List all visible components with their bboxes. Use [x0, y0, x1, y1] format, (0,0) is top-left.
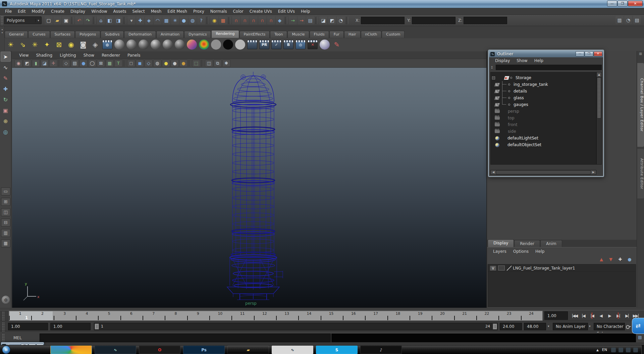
film-gate-icon[interactable]: ▤ [71, 60, 79, 67]
menu-item[interactable]: Normals [207, 8, 230, 15]
make-live-icon[interactable]: ◆ [276, 16, 284, 24]
shelf-tab[interactable]: Muscle [287, 31, 309, 38]
maximize-button[interactable]: ❐ [618, 1, 628, 6]
menu-set-dropdown[interactable]: Polygons ▾ [4, 16, 42, 24]
select-tool[interactable]: ➤ [1, 52, 11, 62]
shelf-tab[interactable]: Toon [270, 31, 287, 38]
close-button[interactable]: ✕ [628, 1, 643, 6]
panel-menu-item[interactable]: Renderer [98, 53, 124, 58]
menu-item[interactable]: Edit [15, 8, 29, 15]
layer-editor-menu-item[interactable]: Help [532, 249, 548, 254]
menu-item[interactable]: Window [88, 8, 110, 15]
status-line-grip[interactable] [1, 16, 3, 25]
default-material-cube-icon[interactable]: ◻ [127, 60, 135, 67]
taskbar-opera-icon[interactable]: O [139, 346, 180, 354]
lock-selection-icon[interactable]: ◉ [210, 16, 218, 24]
select-by-curves-icon[interactable]: ◠ [154, 16, 162, 24]
toggle-attribute-editor-icon[interactable]: ▥ [615, 16, 624, 24]
black-material-icon[interactable] [223, 40, 233, 50]
select-camera-icon[interactable]: ◉ [14, 60, 22, 67]
shelf-tab[interactable]: Rendering [211, 30, 239, 38]
menu-item[interactable]: Create UVs [247, 8, 275, 15]
outliner-item-set[interactable]: defaultObjectSet [491, 141, 596, 148]
select-by-dynamics-icon[interactable]: ● [180, 16, 188, 24]
panel-menu-item[interactable]: Lighting [56, 53, 80, 58]
move-tool[interactable]: ✚ [1, 84, 11, 94]
camera-icon[interactable]: ◙ [77, 39, 89, 50]
tab-channel-box-layer-editor[interactable]: Channel Box / Layer Editor [637, 63, 644, 147]
move-layer-up-button[interactable]: ▲ [598, 256, 605, 263]
start-button[interactable]: ⊞ [2, 346, 10, 354]
scrollbar-thumb[interactable] [597, 78, 601, 118]
z-input[interactable] [464, 17, 507, 24]
scrollbar-thumb[interactable] [496, 171, 590, 174]
window-titlebar[interactable]: ∿ Autodesk Maya 2011 x64: D:\1ST\LNG_Fue… [0, 0, 644, 8]
toggle-channel-box-icon[interactable]: ▤ [633, 16, 641, 24]
render-current-frame-icon[interactable]: ◪ [319, 16, 327, 24]
time-slider-grip[interactable] [2, 311, 5, 321]
shelf-tab[interactable]: General [5, 31, 28, 38]
blinn-material-icon[interactable] [126, 40, 137, 50]
shelf-tab[interactable]: PaintEffects [239, 31, 270, 38]
outliner-item-camera[interactable]: top [491, 115, 596, 121]
cancel-batch-render-icon[interactable]: ✕ [308, 40, 318, 49]
tab-attribute-editor[interactable]: Attribute Editor [637, 149, 644, 198]
language-indicator[interactable]: EN [602, 348, 607, 352]
layer-editor-menu-item[interactable]: Layers [490, 249, 510, 254]
xray-cube-icon[interactable]: ◇ [145, 60, 153, 67]
panel-menu-item[interactable]: View [15, 53, 32, 58]
layer-type-icon[interactable] [507, 266, 512, 271]
last-tool-icon[interactable]: ◍ [2, 296, 10, 304]
layer-editor-tab[interactable]: Display [488, 239, 514, 247]
save-scene-icon[interactable]: ▣ [62, 16, 70, 24]
point-light-icon[interactable]: ✳ [29, 39, 41, 50]
chevron-down-icon[interactable]: ▾ [548, 324, 549, 328]
shelf-tab[interactable]: Subdivs [101, 31, 124, 38]
tray-icon[interactable] [633, 348, 638, 352]
taskbar-photoshop-icon[interactable]: Ps [183, 346, 225, 354]
layered-shader-icon[interactable] [175, 40, 185, 50]
bookmark-icon[interactable]: ▮ [32, 60, 40, 67]
range-start-handle[interactable] [95, 323, 99, 330]
soft-mod-tool[interactable]: ◎ [1, 127, 11, 137]
outliner-item-camera[interactable]: front [491, 121, 596, 128]
area-light-icon[interactable]: ⊠ [53, 39, 65, 50]
play-forward-button[interactable]: ▶ [605, 311, 614, 320]
snap-to-projected-center-icon[interactable]: ∩ [258, 16, 266, 24]
select-misc-icon[interactable]: ? [197, 16, 205, 24]
layout-two-stacked-button[interactable]: ⊟ [1, 219, 10, 227]
outliner-horizontal-scrollbar[interactable]: ◀ ▶ [490, 170, 596, 175]
taskbar-skype-icon[interactable]: S [316, 346, 358, 354]
shelf-tab[interactable]: Polygons [75, 31, 100, 38]
step-forward-frame-button[interactable]: ▶| [623, 311, 631, 320]
anim-layer-field[interactable]: No Anim Layer [553, 323, 588, 330]
smooth-shade-icon[interactable]: ◯ [88, 60, 96, 67]
outliner-item-mesh[interactable]: details [491, 88, 596, 95]
ramp-shader-icon[interactable] [187, 40, 197, 50]
layer-editor-tab[interactable]: Render [514, 240, 540, 247]
shelf-tab[interactable]: Curves [28, 31, 50, 38]
checker-sphere-icon[interactable]: ◍ [153, 60, 161, 67]
selection-mask-dropdown[interactable]: ▾ [127, 16, 136, 24]
outliner-titlebar[interactable]: ∿ Outliner — ❐ ✕ [489, 51, 603, 57]
rainbow-shader-icon[interactable] [199, 40, 209, 50]
range-slider-grip[interactable] [2, 322, 5, 332]
menu-item[interactable]: Create [48, 8, 67, 15]
panel-menu-item[interactable]: Shading [32, 53, 56, 58]
render-settings-icon[interactable]: ✓ [271, 40, 281, 49]
step-forward-key-button[interactable]: ▶| [614, 311, 623, 320]
viewport-canvas[interactable]: y x persp [12, 68, 486, 308]
plug-icon[interactable]: ✱ [222, 60, 230, 67]
layer-visibility-toggle[interactable]: V [490, 266, 496, 271]
lambert-material-icon[interactable] [139, 40, 149, 50]
auto-keyframe-icon[interactable] [626, 324, 631, 329]
collapse-toggle-icon[interactable] [492, 76, 495, 79]
select-by-joints-icon[interactable]: ◈ [145, 16, 153, 24]
taskbar-maya-icon[interactable]: ∿ [95, 346, 136, 354]
outliner-close-button[interactable]: ✕ [594, 51, 602, 56]
universal-manipulator-tool[interactable]: ⊕ [1, 116, 11, 126]
y-input[interactable] [412, 17, 455, 24]
tray-icon[interactable] [619, 348, 623, 352]
lng-tank-wireframe[interactable] [220, 71, 287, 302]
isolate-select-icon[interactable]: ⬚ [192, 60, 200, 67]
